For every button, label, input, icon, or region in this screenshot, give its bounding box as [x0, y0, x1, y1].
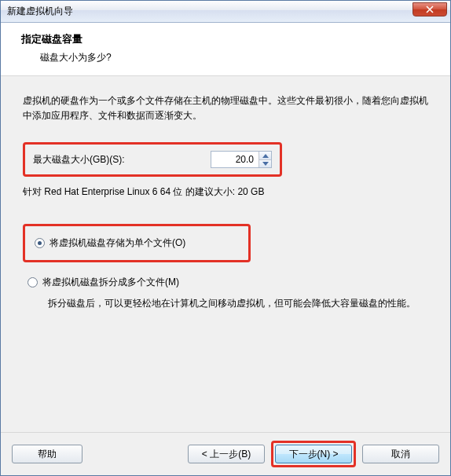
- next-button-highlight: 下一步(N) >: [271, 441, 356, 467]
- disk-size-row: 最大磁盘大小(GB)(S):: [23, 142, 282, 177]
- description-text: 虚拟机的硬盘作为一个或多个文件存储在主机的物理磁盘中。这些文件最初很小，随着您向…: [23, 93, 428, 123]
- radio-single-label: 将虚拟机磁盘存储为单个文件(O): [50, 236, 185, 251]
- radio-split-label: 将虚拟机磁盘拆分成多个文件(M): [42, 275, 179, 290]
- suggestion-text: 针对 Red Hat Enterprise Linux 6 64 位 的建议大小…: [23, 185, 428, 200]
- radio-split-block: 将虚拟机磁盘拆分成多个文件(M) 拆分磁盘后，可以更轻松地在计算机之间移动虚拟机…: [23, 272, 428, 311]
- spinner-down-button[interactable]: [259, 159, 271, 168]
- chevron-down-icon: [262, 162, 269, 166]
- window-title: 新建虚拟机向导: [7, 5, 73, 18]
- wizard-footer: 帮助 < 上一步(B) 下一步(N) > 取消: [1, 432, 450, 475]
- disk-size-label: 最大磁盘大小(GB)(S):: [33, 152, 125, 167]
- radio-icon: [28, 277, 38, 287]
- radio-single-file[interactable]: 将虚拟机磁盘存储为单个文件(O): [30, 233, 244, 254]
- radio-split-files[interactable]: 将虚拟机磁盘拆分成多个文件(M): [23, 272, 428, 293]
- spinner-up-button[interactable]: [259, 152, 271, 159]
- radio-icon: [35, 238, 45, 248]
- titlebar: 新建虚拟机向导: [1, 1, 450, 23]
- help-button[interactable]: 帮助: [12, 445, 82, 463]
- cancel-button[interactable]: 取消: [362, 445, 439, 463]
- spinner-buttons: [258, 152, 271, 167]
- next-button[interactable]: 下一步(N) >: [275, 445, 352, 463]
- back-button[interactable]: < 上一步(B): [188, 445, 265, 463]
- disk-size-input[interactable]: [211, 152, 258, 167]
- chevron-up-icon: [262, 154, 269, 158]
- page-title: 指定磁盘容量: [16, 32, 434, 46]
- close-button[interactable]: [412, 2, 447, 16]
- close-icon: [426, 5, 434, 13]
- disk-size-spinner[interactable]: [211, 151, 272, 168]
- split-description: 拆分磁盘后，可以更轻松地在计算机之间移动虚拟机，但可能会降低大容量磁盘的性能。: [23, 293, 428, 311]
- radio-single-block: 将虚拟机磁盘存储为单个文件(O): [23, 224, 251, 262]
- page-subtitle: 磁盘大小为多少?: [16, 51, 434, 64]
- wizard-content: 虚拟机的硬盘作为一个或多个文件存储在主机的物理磁盘中。这些文件最初很小，随着您向…: [1, 76, 450, 432]
- wizard-header: 指定磁盘容量 磁盘大小为多少?: [1, 23, 450, 76]
- wizard-window: 新建虚拟机向导 指定磁盘容量 磁盘大小为多少? 虚拟机的硬盘作为一个或多个文件存…: [0, 0, 451, 476]
